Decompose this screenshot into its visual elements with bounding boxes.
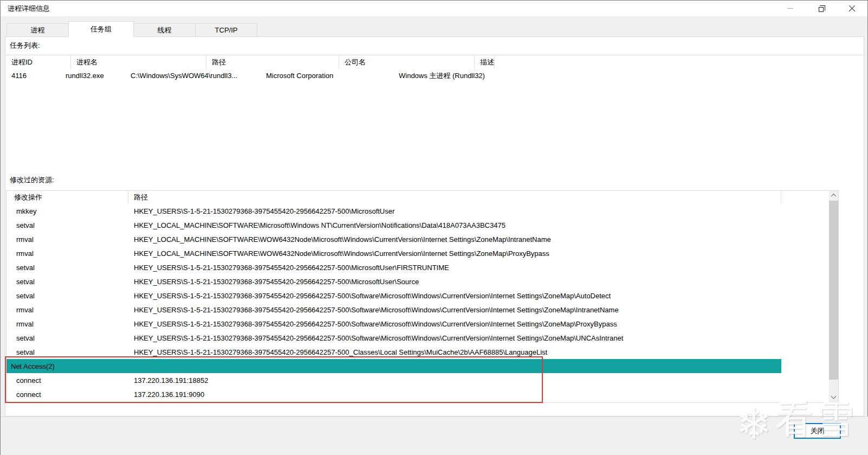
close-icon — [848, 4, 856, 12]
column-header[interactable]: 路径 — [206, 55, 339, 69]
vertical-scrollbar[interactable] — [829, 191, 838, 402]
row-operation: setval — [7, 334, 128, 342]
table-row[interactable]: Net Access(2) — [7, 359, 781, 373]
table-row[interactable]: setval HKEY_USERS\S-1-5-21-1530279368-39… — [7, 289, 829, 303]
row-operation: setval — [7, 348, 128, 356]
scroll-down-button[interactable] — [829, 393, 838, 402]
table-row[interactable]: connect 137.220.136.191:18852 — [7, 373, 829, 387]
titlebar: 进程详细信息 — [1, 1, 867, 16]
cell-path: C:\Windows\SysWOW64\rundll3... — [125, 72, 261, 80]
scrollbar-thumb[interactable] — [829, 201, 838, 380]
scroll-up-button[interactable] — [829, 191, 838, 200]
table-row[interactable]: rmval HKEY_LOCAL_MACHINE\SOFTWARE\WOW643… — [7, 232, 829, 246]
row-path: HKEY_USERS\S-1-5-21-1530279368-397545542… — [128, 264, 781, 272]
tab[interactable]: 线程 — [133, 23, 196, 37]
minimize-icon — [787, 8, 793, 9]
tab[interactable]: 任务组 — [68, 21, 134, 37]
restore-icon — [819, 7, 824, 12]
row-path: HKEY_USERS\S-1-5-21-1530279368-397545542… — [128, 292, 781, 300]
modified-resources-list[interactable]: 修改操作 路径 mkkey HKEY_USERS\S-1-5-21-153027… — [6, 190, 839, 403]
modified-resources-label: 修改过的资源: — [10, 175, 54, 185]
tab[interactable]: 进程 — [7, 23, 69, 37]
row-path: HKEY_LOCAL_MACHINE\SOFTWARE\Microsoft\Wi… — [128, 221, 781, 229]
row-path: HKEY_USERS\S-1-5-21-1530279368-397545542… — [128, 334, 781, 342]
column-header[interactable]: 公司名 — [339, 55, 475, 69]
column-header[interactable]: 描述 — [475, 55, 495, 69]
task-list[interactable]: 进程ID 进程名 路径 公司名 描述 4116 rundll32.exe C:\… — [6, 55, 863, 174]
footer: 关闭 — [1, 417, 868, 455]
table-row[interactable]: mkkey HKEY_USERS\S-1-5-21-1530279368-397… — [7, 204, 829, 218]
column-header[interactable]: 进程ID — [6, 55, 71, 69]
table-row[interactable]: rmval HKEY_LOCAL_MACHINE\SOFTWARE\WOW643… — [7, 246, 829, 260]
row-path: 137.220.136.191:18852 — [128, 376, 781, 384]
row-operation: setval — [7, 264, 128, 272]
row-path: HKEY_USERS\S-1-5-21-1530279368-397545542… — [128, 348, 781, 356]
tab-bar: 进程 任务组 线程 TCP/IP — [7, 21, 257, 37]
column-header[interactable]: 进程名 — [71, 55, 206, 69]
cell-company: Microsoft Corporation — [261, 72, 393, 80]
close-button[interactable]: 关闭 — [794, 423, 841, 439]
row-operation: setval — [7, 221, 128, 229]
task-list-header: 进程ID 进程名 路径 公司名 描述 — [6, 55, 863, 69]
row-operation: mkkey — [7, 207, 128, 215]
cell-name: rundll32.exe — [60, 72, 125, 80]
table-row[interactable]: setval HKEY_USERS\S-1-5-21-1530279368-39… — [7, 345, 829, 359]
row-operation: rmval — [7, 249, 128, 258]
row-path: HKEY_LOCAL_MACHINE\SOFTWARE\WOW6432Node\… — [128, 249, 781, 258]
table-row[interactable]: setval HKEY_USERS\S-1-5-21-1530279368-39… — [7, 274, 829, 289]
row-operation: connect — [7, 390, 128, 399]
window-title: 进程详细信息 — [8, 4, 50, 14]
minimize-button[interactable] — [775, 1, 806, 16]
window-controls — [775, 1, 867, 16]
row-path: HKEY_USERS\S-1-5-21-1530279368-397545542… — [128, 306, 781, 314]
process-details-window: 进程详细信息 进程 任务组 线程 TCP/IP 任务列表: 进程ID — [0, 0, 868, 455]
table-row[interactable]: setval HKEY_USERS\S-1-5-21-1530279368-39… — [7, 260, 829, 274]
chevron-up-icon — [831, 194, 837, 199]
modified-resources-header: 修改操作 路径 — [7, 191, 829, 204]
cell-pid: 4116 — [6, 72, 60, 80]
cell-description: Windows 主进程 (Rundll32) — [393, 71, 529, 81]
column-header-path[interactable]: 路径 — [128, 191, 781, 204]
row-path: HKEY_USERS\S-1-5-21-1530279368-397545542… — [128, 320, 781, 328]
tab[interactable]: TCP/IP — [195, 23, 257, 37]
row-path: 137.220.136.191:9090 — [128, 390, 781, 399]
row-operation: setval — [7, 278, 128, 286]
row-path: HKEY_LOCAL_MACHINE\SOFTWARE\WOW6432Node\… — [128, 235, 781, 243]
table-row[interactable]: rmval HKEY_USERS\S-1-5-21-1530279368-397… — [7, 317, 829, 331]
row-path: HKEY_USERS\S-1-5-21-1530279368-397545542… — [128, 278, 781, 286]
row-operation: setval — [7, 292, 128, 300]
table-row[interactable]: rmval HKEY_USERS\S-1-5-21-1530279368-397… — [7, 303, 829, 317]
table-row[interactable]: setval HKEY_LOCAL_MACHINE\SOFTWARE\Micro… — [7, 218, 829, 232]
table-row[interactable]: setval HKEY_USERS\S-1-5-21-1530279368-39… — [7, 331, 829, 345]
row-operation: rmval — [7, 306, 128, 314]
restore-button[interactable] — [806, 1, 837, 16]
row-path: HKEY_USERS\S-1-5-21-1530279368-397545542… — [128, 207, 781, 215]
column-header-operation[interactable]: 修改操作 — [7, 191, 128, 204]
chevron-down-icon — [831, 394, 837, 399]
modified-resources-rows: mkkey HKEY_USERS\S-1-5-21-1530279368-397… — [7, 204, 829, 401]
row-operation: rmval — [7, 320, 128, 328]
close-window-button[interactable] — [837, 1, 867, 16]
task-list-label: 任务列表: — [10, 41, 40, 50]
table-row[interactable]: 4116 rundll32.exe C:\Windows\SysWOW64\ru… — [6, 69, 863, 82]
row-operation: connect — [7, 376, 128, 384]
row-operation: rmval — [7, 235, 128, 243]
table-row[interactable]: connect 137.220.136.191:9090 — [7, 387, 829, 401]
row-operation: Net Access(2) — [7, 362, 55, 370]
